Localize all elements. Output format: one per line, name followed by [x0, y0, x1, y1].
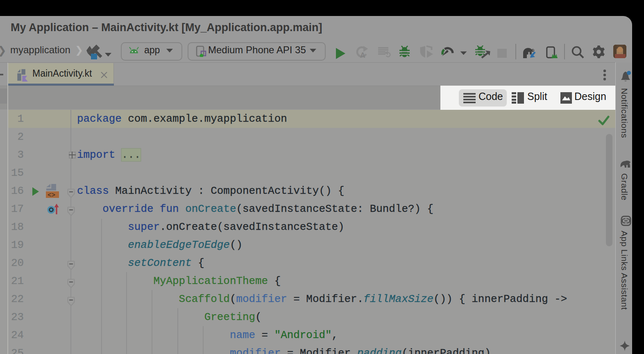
svg-text:A: A [360, 51, 365, 58]
svg-text:<>: <> [48, 192, 55, 199]
